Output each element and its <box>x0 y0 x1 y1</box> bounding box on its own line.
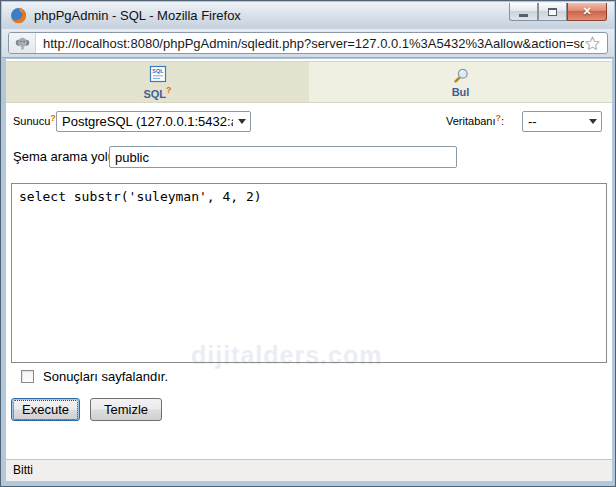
window-controls: ✕ <box>509 3 607 21</box>
paginate-label: Sonuçları sayfalandır. <box>43 369 168 384</box>
database-select-value: -- <box>523 114 584 129</box>
svg-text:SQL: SQL <box>152 68 164 74</box>
sql-help-link[interactable]: ? <box>166 85 172 95</box>
paginate-row: Sonuçları sayfalandır. <box>21 369 168 384</box>
paginate-checkbox[interactable] <box>21 370 34 383</box>
server-help-link[interactable]: ? <box>50 113 56 123</box>
database-help-link[interactable]: ? <box>496 113 502 123</box>
page-content: SQL SQL? Bul Sunucu?: PostgreSQL (127.0.… <box>6 59 612 459</box>
button-row: Execute Temizle <box>11 398 162 421</box>
tab-find-label: Bul <box>452 86 470 98</box>
site-identity-button[interactable] <box>9 33 36 53</box>
restore-button[interactable] <box>538 3 567 21</box>
address-input[interactable]: http://localhost:8080/phpPgAdmin/sqledit… <box>36 36 584 51</box>
sql-query-textarea[interactable]: select substr('suleyman', 4, 2) <box>11 183 607 363</box>
server-select-arrow <box>233 112 250 131</box>
minimize-icon <box>519 14 528 17</box>
execute-button[interactable]: Execute <box>11 398 80 421</box>
close-icon: ✕ <box>582 6 591 17</box>
navigation-toolbar: http://localhost:8080/phpPgAdmin/sqledit… <box>2 29 614 58</box>
tab-sql[interactable]: SQL SQL? <box>6 62 309 102</box>
restore-icon <box>548 8 557 16</box>
magnifier-icon <box>452 67 470 85</box>
address-bar[interactable]: http://localhost:8080/phpPgAdmin/sqledit… <box>8 32 608 54</box>
star-icon[interactable] <box>584 35 601 52</box>
titlebar: phpPgAdmin - SQL - Mozilla Firefox ✕ <box>2 2 614 29</box>
minimize-button[interactable] <box>509 3 538 21</box>
server-label: Sunucu?: <box>13 111 59 133</box>
postgresql-elephant-icon <box>15 36 30 51</box>
database-label: Veritabanı?: <box>446 111 504 133</box>
schema-search-path-input[interactable] <box>109 146 457 168</box>
clear-button[interactable]: Temizle <box>90 398 162 421</box>
chevron-down-icon <box>589 119 597 124</box>
close-button[interactable]: ✕ <box>567 3 607 21</box>
tab-find[interactable]: Bul <box>309 62 612 102</box>
window-title: phpPgAdmin - SQL - Mozilla Firefox <box>34 8 241 23</box>
sql-document-icon: SQL <box>149 65 167 83</box>
server-select[interactable]: PostgreSQL (127.0.0.1:5432:allow) <box>56 111 251 132</box>
schema-label: Şema arama yolu?: <box>13 146 124 169</box>
server-select-value: PostgreSQL (127.0.0.1:5432:allow) <box>57 114 233 129</box>
firefox-window: phpPgAdmin - SQL - Mozilla Firefox ✕ htt… <box>0 0 616 487</box>
database-select[interactable]: -- <box>522 111 602 132</box>
tab-strip: SQL SQL? Bul <box>6 61 612 103</box>
status-text: Bitti <box>6 460 612 481</box>
tab-sql-label: SQL? <box>143 84 171 100</box>
status-bar: Bitti <box>6 459 612 481</box>
firefox-icon <box>10 7 27 24</box>
chevron-down-icon <box>238 119 246 124</box>
database-select-arrow <box>584 112 601 131</box>
